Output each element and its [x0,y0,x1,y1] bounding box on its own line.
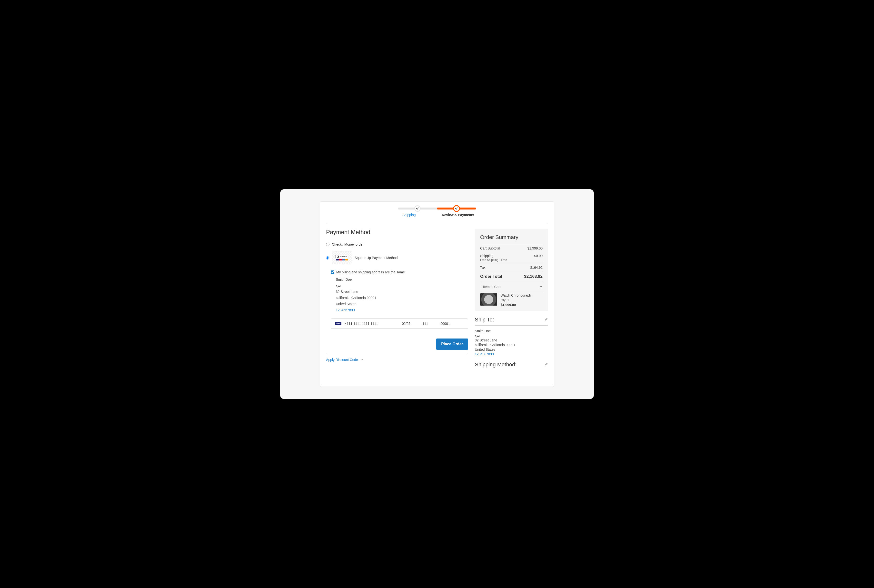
payment-column: Payment Method Check / Money order Squar… [326,224,468,370]
chevron-down-icon [360,358,363,362]
shipping-method-title: Shipping Method: [475,362,517,368]
payment-radio-square[interactable] [326,256,329,260]
apply-discount-toggle[interactable]: Apply Discount Code [326,358,468,362]
shipto-street: 32 Street Lane [475,338,548,342]
cart-item-qty: Qty: 1 [501,298,531,302]
place-order-row: Place Order [326,339,468,350]
step-shipping-label[interactable]: Shipping [402,213,416,217]
check-icon [416,207,419,210]
summary-total-row: Order Total $2,163.92 [480,272,543,281]
summary-shipping-label: Shipping [480,254,493,258]
billing-name: Smith Doe [336,277,468,282]
cart-item: Watch Chronograph Qty: 1 $1,999.00 [480,291,543,308]
edit-shipping-method-button[interactable] [544,362,548,367]
billing-same-label: My billing and shipping address are the … [336,270,405,274]
cart-item-thumbnail [480,293,497,306]
square-brand-text: Square [339,255,347,258]
card-cvv[interactable]: 111 [422,322,437,326]
payment-option-square[interactable]: Square Square Up Payment Method [326,251,468,264]
ship-to-section: Ship To: Smith Doe xyz 32 Street Lane ca… [475,316,548,356]
apply-discount-label: Apply Discount Code [326,358,358,362]
billing-block: My billing and shipping address are the … [331,270,468,329]
billing-same-checkbox[interactable] [331,270,334,274]
summary-shipping-value: $0.00 [534,254,543,258]
payment-method-title: Payment Method [326,229,468,236]
progress-bar [398,207,476,210]
shipto-name: Smith Doe [475,329,548,333]
checkout-progress: Shipping Review & Payments [326,207,548,217]
cart-items-toggle[interactable]: 1 Item in Cart [480,282,543,291]
summary-total-value: $2,163.92 [524,274,543,279]
summary-shipping-row: Shipping $0.00 [480,252,543,258]
ship-to-address: Smith Doe xyz 32 Street Lane california,… [475,329,548,356]
billing-same-checkbox-row[interactable]: My billing and shipping address are the … [331,270,468,274]
cart-item-price: $1,999.00 [501,303,531,307]
payment-radio-check[interactable] [326,243,330,246]
payment-option-check[interactable]: Check / Money order [326,242,468,246]
pencil-icon [544,362,548,366]
summary-subtotal-value: $1,999.00 [528,246,543,250]
checkout-card: Shipping Review & Payments Payment Metho… [320,201,554,387]
page-background: Shipping Review & Payments Payment Metho… [280,189,594,399]
payment-option-check-label: Check / Money order [332,242,364,246]
chevron-up-icon [540,285,543,289]
check-icon [455,207,458,210]
summary-shipping-method: Free Shipping - Free [480,258,543,262]
step-shipping-circle[interactable] [414,206,421,212]
shipping-method-section: Shipping Method: [475,362,548,370]
summary-tax-value: $164.92 [530,266,543,270]
place-order-button[interactable]: Place Order [436,339,468,350]
cart-items-count: 1 Item in Cart [480,285,501,289]
shipto-region: california, California 90001 [475,343,548,347]
order-summary: Order Summary Cart Subtotal $1,999.00 Sh… [475,229,548,311]
square-brand-icon: Square [336,255,348,258]
divider [326,354,468,354]
edit-ship-to-button[interactable] [544,318,548,322]
billing-region: california, California 90001 [336,296,468,300]
billing-street: 32 Street Lane [336,289,468,294]
billing-address: Smith Doe xyz 32 Street Lane california,… [331,277,468,313]
summary-tax-row: Tax $164.92 [480,263,543,272]
card-expiry[interactable]: 02/25 [402,322,419,326]
summary-total-label: Order Total [480,274,502,279]
cart-item-name: Watch Chronograph [501,293,531,297]
summary-subtotal-label: Cart Subtotal [480,246,500,250]
pencil-icon [544,318,548,321]
billing-country: United States [336,302,468,306]
square-logo: Square [332,251,352,264]
step-payments-circle[interactable] [453,205,460,212]
payment-option-square-label: Square Up Payment Method [355,256,398,260]
billing-phone[interactable]: 1234567890 [336,308,468,313]
shipto-country: United States [475,348,548,351]
ship-to-title: Ship To: [475,316,494,323]
order-summary-title: Order Summary [480,234,543,240]
billing-company: xyz [336,283,468,288]
checkout-columns: Payment Method Check / Money order Squar… [326,224,548,370]
progress-labels: Shipping Review & Payments [398,213,476,217]
step-payments-label[interactable]: Review & Payments [442,213,474,217]
sidebar: Order Summary Cart Subtotal $1,999.00 Sh… [475,224,548,370]
shipto-phone[interactable]: 1234567890 [475,352,548,356]
card-brand-icons [336,259,348,261]
shipto-company: xyz [475,334,548,338]
card-number[interactable]: 4111 1111 1111 1111 [345,322,399,326]
summary-subtotal-row: Cart Subtotal $1,999.00 [480,244,543,252]
visa-icon: VISA [335,322,342,325]
summary-tax-label: Tax [480,266,486,270]
credit-card-input[interactable]: VISA 4111 1111 1111 1111 02/25 111 90001 [331,318,468,329]
card-zip[interactable]: 90001 [441,322,450,326]
